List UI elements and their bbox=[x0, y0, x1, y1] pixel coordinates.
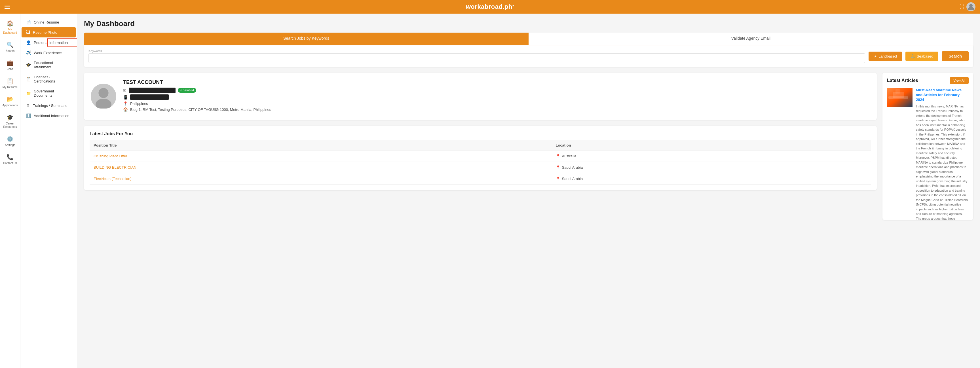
article-image-0 bbox=[887, 88, 913, 107]
location-cell-2: 📍Saudi Arabia bbox=[556, 177, 867, 181]
sub-label-resume-photo: Resume Photo bbox=[33, 30, 57, 35]
search-button[interactable]: Search bbox=[942, 51, 969, 61]
folder-icon: 📁 bbox=[26, 91, 31, 96]
graduation-icon: 🎓 bbox=[26, 63, 31, 67]
sidebar-label-my-resume: My Resume bbox=[3, 86, 18, 89]
job-link-1[interactable]: BUILDING ELECTRICIAN bbox=[94, 165, 137, 170]
col-location: Location bbox=[552, 140, 872, 151]
left-sidebar: 🏠 My Dashboard 🔍 Search 💼 Jobs 📋 My Resu… bbox=[0, 14, 21, 368]
col-position-title: Position Title bbox=[90, 140, 552, 151]
home-icon: 🏠 bbox=[6, 20, 14, 27]
tab-search-keywords[interactable]: Search Jobs by Keywords bbox=[84, 33, 528, 45]
article-text-0: In this month's news, MARINA has request… bbox=[916, 104, 969, 220]
jobs-section: Latest Jobs For You Position Title Locat… bbox=[84, 126, 877, 190]
sidebar-item-jobs[interactable]: 💼 Jobs bbox=[0, 57, 20, 74]
sub-item-licenses[interactable]: 📋 Licenses / Certifications bbox=[22, 72, 76, 86]
sidebar-label-search: Search bbox=[6, 49, 15, 53]
loc-icon-2: 📍 bbox=[556, 177, 560, 181]
articles-sidebar: Latest Articles View All bbox=[883, 73, 973, 220]
expand-icon[interactable]: ⛶ bbox=[959, 4, 964, 10]
sidebar-item-contact[interactable]: 📞 Contact Us bbox=[0, 151, 20, 168]
sub-item-gov-docs[interactable]: 📁 Government Documents bbox=[22, 86, 76, 100]
job-link-2[interactable]: Electrician (Technician) bbox=[94, 177, 132, 181]
profile-card: TEST ACCOUNT ✉ ✓ Verified 📱 bbox=[84, 73, 877, 120]
left-column: TEST ACCOUNT ✉ ✓ Verified 📱 bbox=[84, 73, 877, 190]
sidebar-item-search[interactable]: 🔍 Search bbox=[0, 38, 20, 56]
plane-icon: ✈️ bbox=[26, 51, 31, 55]
sidebar-item-dashboard[interactable]: 🏠 My Dashboard bbox=[0, 17, 20, 37]
article-content-0: Must-Read Maritime News and Articles for… bbox=[916, 88, 969, 220]
view-all-button[interactable]: View All bbox=[950, 77, 969, 84]
articles-title: Latest Articles bbox=[887, 78, 918, 83]
loc-icon-1: 📍 bbox=[556, 165, 560, 170]
landbased-button[interactable]: ✈ Landbased bbox=[869, 52, 902, 61]
phone-hidden bbox=[130, 94, 169, 100]
sub-item-online-resume[interactable]: 📄 Online Resume bbox=[22, 17, 76, 27]
profile-name: TEST ACCOUNT bbox=[123, 80, 870, 85]
sidebar-label-dashboard: My Dashboard bbox=[1, 28, 19, 35]
search-bar: Keywords ✈ Landbased ⚓ Seabased Search bbox=[84, 45, 973, 67]
location-cell-0: 📍Australia bbox=[556, 154, 867, 158]
sidebar-item-my-resume[interactable]: 📋 My Resume bbox=[0, 75, 20, 92]
search-icon: 🔍 bbox=[6, 41, 14, 48]
svg-point-2 bbox=[95, 99, 111, 108]
hamburger-menu[interactable] bbox=[5, 5, 10, 9]
email-icon: ✉ bbox=[123, 88, 126, 93]
keywords-input[interactable] bbox=[89, 53, 865, 63]
keywords-input-wrapper: Keywords bbox=[89, 49, 865, 63]
sub-item-educational[interactable]: 🎓 Educational Attainment bbox=[22, 58, 76, 72]
main-content: My Dashboard Search Jobs by Keywords Val… bbox=[77, 14, 980, 368]
sub-item-trainings[interactable]: 🎖 Trainings / Seminars bbox=[22, 100, 76, 111]
sidebar-label-contact: Contact Us bbox=[3, 162, 17, 165]
svg-rect-6 bbox=[896, 89, 900, 94]
profile-country-row: 📍 Philippines bbox=[123, 101, 870, 106]
profile-address-row: 🏠 Bldg 1. RM Test, Testing Purposes, CIT… bbox=[123, 107, 870, 112]
top-header: workabroad.ph● ⛶ bbox=[0, 0, 980, 14]
sidebar-label-applications: Applications bbox=[3, 104, 18, 107]
sub-label-online-resume: Online Resume bbox=[34, 20, 59, 24]
sidebar-item-settings[interactable]: ⚙️ Settings bbox=[0, 133, 20, 150]
person-icon: 👤 bbox=[26, 40, 31, 45]
seabased-button[interactable]: ⚓ Seabased bbox=[905, 52, 939, 61]
sub-item-resume-photo[interactable]: 🖼 Resume Photo bbox=[22, 27, 76, 37]
table-row: Crushing Plant Fitter 📍Australia bbox=[90, 151, 871, 162]
article-link-0[interactable]: Must-Read Maritime News and Articles for… bbox=[916, 88, 969, 102]
sidebar-item-applications[interactable]: 📂 Applications bbox=[0, 93, 20, 110]
sub-item-additional[interactable]: ℹ️ Additional Information bbox=[22, 111, 76, 121]
sub-label-licenses: Licenses / Certifications bbox=[34, 75, 71, 83]
svg-point-1 bbox=[99, 88, 108, 98]
badge-icon: 🎖 bbox=[26, 103, 30, 108]
avatar[interactable] bbox=[966, 2, 975, 11]
sidebar-label-jobs: Jobs bbox=[7, 67, 13, 71]
profile-info: TEST ACCOUNT ✉ ✓ Verified 📱 bbox=[123, 80, 870, 113]
doc-icon: 📄 bbox=[26, 20, 31, 24]
page-title: My Dashboard bbox=[84, 19, 973, 28]
applications-icon: 📂 bbox=[6, 96, 14, 103]
sub-sidebar: 📄 Online Resume 🖼 Resume Photo 👤 Persona… bbox=[21, 14, 77, 368]
sub-item-work-experience[interactable]: ✈️ Work Experience bbox=[22, 48, 76, 58]
site-logo: workabroad.ph● bbox=[466, 3, 514, 11]
sub-item-personal-info[interactable]: 👤 Personal Information bbox=[22, 37, 76, 48]
sub-label-work-experience: Work Experience bbox=[34, 51, 62, 55]
tab-validate-email[interactable]: Validate Agency Email bbox=[528, 33, 973, 45]
profile-country: Philippines bbox=[130, 102, 148, 106]
articles-header: Latest Articles View All bbox=[887, 77, 969, 84]
sub-label-trainings: Trainings / Seminars bbox=[33, 104, 67, 108]
sub-label-additional: Additional Information bbox=[34, 114, 70, 118]
job-link-0[interactable]: Crushing Plant Fitter bbox=[94, 154, 127, 158]
profile-avatar bbox=[91, 84, 116, 109]
list-item: Must-Read Maritime News and Articles for… bbox=[887, 88, 969, 220]
sub-label-gov-docs: Government Documents bbox=[34, 89, 71, 97]
sub-label-personal-info: Personal Information bbox=[34, 41, 68, 45]
jobs-table: Position Title Location Crushing Plant F… bbox=[90, 140, 871, 185]
sidebar-label-settings: Settings bbox=[5, 143, 15, 147]
table-row: BUILDING ELECTRICIAN 📍Saudi Arabia bbox=[90, 162, 871, 173]
sidebar-label-career: Career Resources bbox=[1, 122, 19, 129]
email-hidden bbox=[129, 88, 175, 93]
profile-address: Bldg 1. RM Test, Testing Purposes, CITY … bbox=[130, 107, 271, 112]
profile-phone-row: 📱 bbox=[123, 94, 870, 100]
jobs-title: Latest Jobs For You bbox=[90, 131, 871, 136]
sidebar-item-career-resources[interactable]: 🎓 Career Resources bbox=[0, 111, 20, 132]
sub-label-educational: Educational Attainment bbox=[34, 61, 71, 69]
photo-icon: 🖼 bbox=[26, 30, 30, 35]
